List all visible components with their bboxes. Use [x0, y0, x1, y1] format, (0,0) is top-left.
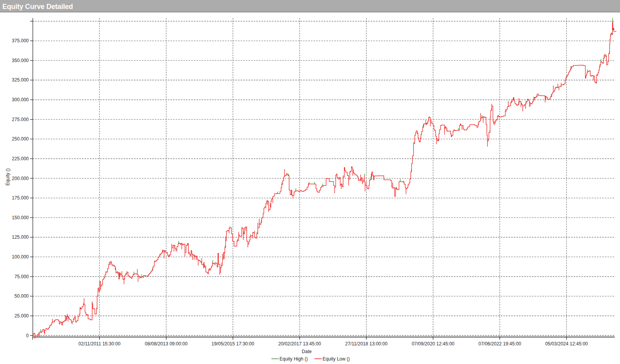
- svg-text:300.000: 300.000: [12, 97, 29, 102]
- svg-text:275.000: 275.000: [12, 117, 29, 122]
- svg-text:250.000: 250.000: [12, 136, 29, 142]
- svg-text:25.000: 25.000: [14, 313, 29, 319]
- svg-text:Equity Low (): Equity Low (): [323, 356, 350, 362]
- svg-text:08/08/2013 09:00:00: 08/08/2013 09:00:00: [145, 341, 188, 347]
- svg-text:Equity (): Equity (): [5, 168, 10, 186]
- svg-text:175.000: 175.000: [12, 195, 29, 201]
- svg-text:0: 0: [26, 333, 29, 338]
- svg-text:75.000: 75.000: [14, 274, 29, 279]
- svg-text:200.000: 200.000: [12, 176, 29, 181]
- svg-text:375.000: 375.000: [12, 38, 29, 43]
- svg-text:350.000: 350.000: [12, 58, 29, 63]
- svg-text:150.000: 150.000: [12, 215, 29, 220]
- svg-text:325.000: 325.000: [12, 77, 29, 83]
- svg-text:19/05/2015 17:30:00: 19/05/2015 17:30:00: [212, 341, 254, 347]
- svg-text:Date: Date: [302, 349, 312, 354]
- svg-text:05/03/2024 12:45:00: 05/03/2024 12:45:00: [545, 341, 588, 347]
- svg-text:Equity Curve Detailed: Equity Curve Detailed: [2, 3, 73, 10]
- svg-text:Equity High (): Equity High (): [280, 356, 308, 362]
- svg-text:100.000: 100.000: [12, 254, 29, 260]
- svg-text:07/09/2020 12:45:00: 07/09/2020 12:45:00: [412, 341, 454, 347]
- svg-text:50.000: 50.000: [14, 293, 29, 299]
- svg-text:07/06/2022 19:45:00: 07/06/2022 19:45:00: [478, 341, 521, 347]
- svg-text:225.000: 225.000: [12, 156, 29, 161]
- svg-text:20/02/2017 13:45:00: 20/02/2017 13:45:00: [278, 341, 321, 347]
- svg-text:125.000: 125.000: [12, 234, 29, 240]
- svg-text:27/11/2018 13:00:00: 27/11/2018 13:00:00: [345, 341, 388, 347]
- svg-text:02/11/2011 15:30:00: 02/11/2011 15:30:00: [78, 341, 121, 347]
